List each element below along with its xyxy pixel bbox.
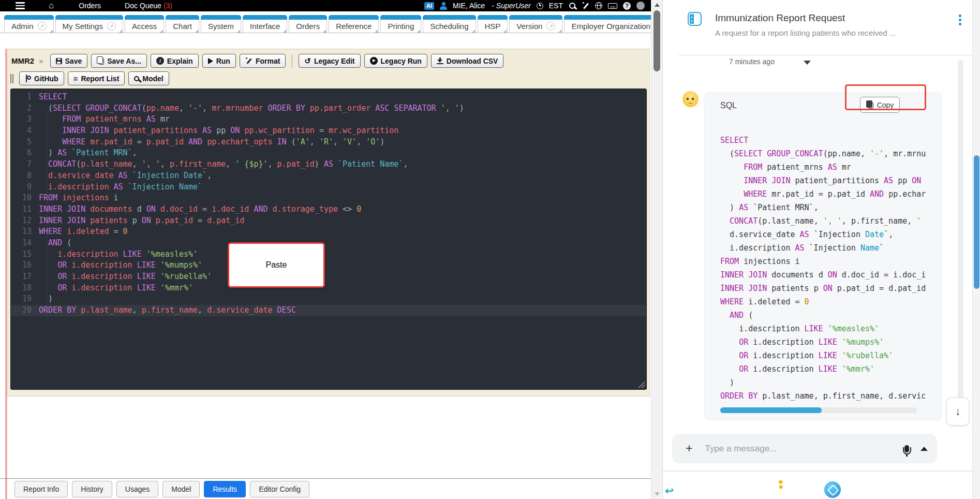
tab-history[interactable]: History (72, 481, 112, 497)
code-horizontal-scrollbar[interactable] (720, 407, 917, 413)
keyboard-icon[interactable] (608, 3, 617, 9)
external-link-icon: ↗ (107, 22, 116, 31)
user-name[interactable]: MIE, Alice (453, 2, 485, 10)
nav-tab-orders[interactable]: Orders (289, 15, 327, 33)
assistant-app-icon[interactable] (824, 481, 841, 498)
legacy-edit-icon: ↺ (304, 57, 311, 65)
tab-report-info[interactable]: Report Info (14, 481, 68, 497)
code-line: 7 CONCAT(p.last_name, ', ', p.first_name… (11, 159, 646, 170)
model-search-icon (134, 76, 139, 81)
home-icon[interactable]: ⌂ (49, 1, 54, 10)
doc-queue-count-badge: (3) (164, 2, 172, 10)
tab-editor-config[interactable]: Editor Config (250, 481, 309, 497)
user-role: - SuperUser (492, 2, 530, 10)
scrollbar-down-arrow[interactable] (655, 492, 660, 496)
tab-usages[interactable]: Usages (116, 481, 158, 497)
report-id-label: MMR2 (11, 56, 34, 65)
hamburger-menu-icon[interactable] (16, 2, 25, 9)
editor-resize-handle[interactable] (637, 380, 645, 388)
undo-corner-arrow-icon[interactable]: ↩ (665, 485, 674, 497)
save-button[interactable]: Save (50, 54, 88, 68)
add-attachment-button[interactable]: + (686, 443, 692, 454)
topbar-link-doc-queue[interactable]: Doc Queue(3) (125, 2, 172, 10)
save-icon (56, 58, 62, 64)
model-button[interactable]: Model (128, 71, 169, 85)
toolbar-grip-handle[interactable] (10, 74, 13, 83)
topbar-link-orders[interactable]: Orders (79, 2, 101, 10)
message-input[interactable] (705, 444, 904, 454)
format-button[interactable]: Format (240, 54, 286, 68)
nav-tab-my-settings[interactable]: My Settings↗ (55, 15, 123, 33)
chevron-down-icon[interactable] (804, 61, 811, 65)
nav-tab-reference[interactable]: Reference (329, 15, 379, 33)
report-list-button[interactable]: ≡Report List (68, 71, 125, 85)
code-line: WHERE mr.pat_id = p.pat_id AND pp.echart… (720, 187, 926, 201)
code-line: 9 i.description AS `Injection Name` (11, 182, 646, 193)
download-csv-icon (437, 57, 443, 64)
ai-badge[interactable]: AI (424, 2, 434, 10)
code-line: 20ORDER BY p.last_name, p.first_name, d.… (11, 305, 646, 316)
code-line: 16 OR i.description LIKE '%mumps%' (11, 260, 646, 271)
nav-tab-hsp[interactable]: HSP (478, 15, 508, 33)
timezone-label[interactable]: EST (549, 2, 563, 10)
paste-overlay-button[interactable]: Paste (228, 242, 325, 288)
scroll-to-bottom-button[interactable]: ↓ (946, 398, 969, 425)
topbar-right-cluster: AI MIE, Alice - SuperUser EST ? (424, 2, 645, 10)
kebab-menu-icon[interactable] (958, 13, 962, 26)
chat-scrollbar-thumb[interactable] (958, 60, 963, 407)
nav-tab-printing[interactable]: Printing (380, 15, 421, 33)
nav-tab-system[interactable]: System (201, 15, 241, 33)
search-icon[interactable] (569, 2, 576, 10)
code-line: 14 AND ( (11, 238, 646, 249)
avatar[interactable] (636, 2, 645, 10)
top-bar: ⌂ Orders Doc Queue(3) AI MIE, Alice - Su… (0, 0, 653, 11)
code-line: FROM patient_mrns AS mr (720, 160, 926, 174)
code-line: 5 WHERE mr.pat_id = p.pat_id AND pp.echa… (11, 137, 646, 148)
github-branch-icon (25, 75, 31, 82)
code-line: INNER JOIN patients p ON p.pat_id = d.pa… (720, 282, 926, 295)
message-composer: + (672, 434, 937, 463)
nav-tab-scheduling[interactable]: Scheduling (423, 15, 476, 33)
microphone-icon[interactable] (904, 445, 909, 452)
code-line: OR i.description LIKE '%mmr%' (720, 362, 926, 376)
chat-header-divider (678, 55, 980, 55)
code-line: 12INNER JOIN patients p ON p.pat_id = d.… (11, 215, 646, 227)
legacy-edit-button[interactable]: ↺Legacy Edit (299, 54, 360, 68)
chat-title: Immunization Report Request (715, 12, 845, 24)
user-icon (440, 2, 447, 10)
scrollbar-up-arrow[interactable] (655, 3, 660, 7)
breadcrumb-chevron[interactable]: » (39, 56, 43, 65)
globe-icon[interactable] (595, 2, 602, 9)
scrollbar-thumb[interactable] (654, 10, 660, 71)
nav-tab-chart[interactable]: Chart (166, 15, 199, 33)
code-line: i.description LIKE '%measles%' (720, 322, 926, 335)
save-as-button[interactable]: Save As... (91, 54, 147, 68)
legacy-run-button[interactable]: Legacy Run (364, 54, 427, 68)
explain-button[interactable]: iExplain (151, 54, 199, 68)
magic-wand-icon[interactable] (582, 2, 589, 9)
sun-badge-icon[interactable] (777, 480, 785, 489)
message-timestamp: 7 minutes ago (729, 57, 775, 66)
tab-model[interactable]: Model (162, 481, 200, 497)
github-button[interactable]: GitHub (19, 71, 64, 85)
nav-tab-employer-organizations[interactable]: Employer Organizations↗ (564, 15, 653, 33)
editor-toolbar-row2: GitHub ≡Report List Model (10, 71, 169, 85)
code-line: OR i.description LIKE '%mumps%' (720, 335, 926, 349)
sql-editor[interactable]: 1SELECT2 (SELECT GROUP_CONCAT(pp.name, '… (10, 89, 647, 390)
copy-button[interactable]: Copy (860, 97, 900, 113)
nav-tab-interface[interactable]: Interface (243, 15, 287, 33)
download-csv-button[interactable]: Download CSV (431, 54, 504, 68)
nav-tab-access[interactable]: Access (125, 15, 164, 33)
nav-tab-admin[interactable]: Admin↗ (4, 15, 54, 33)
chevron-up-icon[interactable] (920, 447, 928, 451)
run-button[interactable]: Run (202, 54, 236, 68)
window-scrollbar-thumb[interactable] (974, 155, 979, 289)
tab-results[interactable]: Results (204, 481, 246, 497)
nav-tab-version[interactable]: Version↗ (509, 15, 562, 33)
code-line: 10FROM injections i (11, 193, 646, 204)
code-line: d.service_date AS `Injection Date`, (720, 228, 926, 241)
code-scrollbar-thumb[interactable] (720, 407, 822, 413)
help-icon[interactable]: ? (623, 2, 631, 10)
editor-toolbar-row1: MMR2 » Save Save As... iExplain Run Form… (11, 54, 503, 68)
code-line: SELECT (720, 134, 926, 147)
